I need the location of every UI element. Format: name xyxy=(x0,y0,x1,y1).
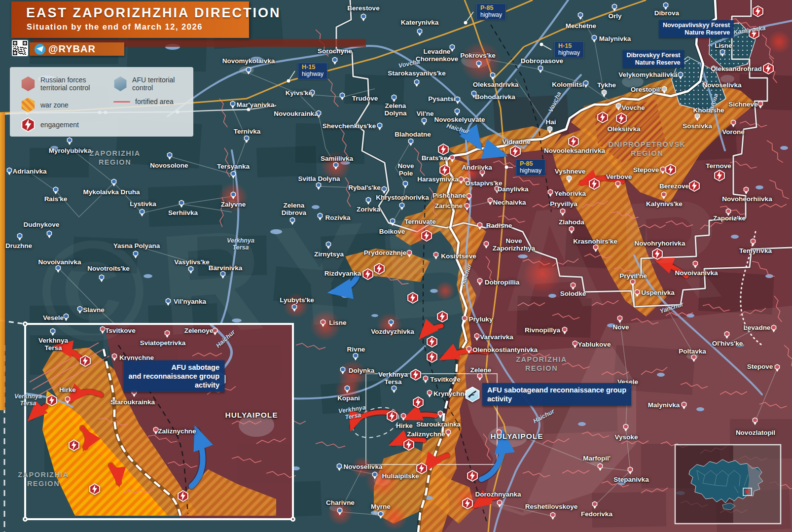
telegram-icon xyxy=(35,44,45,55)
situation-map[interactable]: ©RYBAR BerestoveKaterynivkaSorochyneNovo… xyxy=(0,0,792,532)
legend-warzone-icon xyxy=(21,98,36,112)
legend-fortified-label: fortified area xyxy=(135,98,174,106)
legend-engagement-icon xyxy=(21,117,36,132)
legend-afu-label: AFU territorial control xyxy=(132,76,193,92)
qr-code xyxy=(12,40,28,56)
legend-fortified-icon xyxy=(113,101,130,103)
page-subtitle: Situation by the end of March 12, 2026 xyxy=(27,22,249,32)
qr-icon xyxy=(13,41,27,55)
legend-afu-icon xyxy=(113,76,127,91)
title-block: EAST ZAPORIZHZHIA DIRECTION Situation by… xyxy=(11,1,249,38)
legend-russian-icon xyxy=(21,76,36,91)
legend-engagement-label: engagement xyxy=(40,121,79,129)
legend: Russian forces territorial control AFU t… xyxy=(10,67,193,137)
page-title: EAST ZAPORIZHZHIA DIRECTION xyxy=(26,5,249,21)
legend-warzone-label: war zone xyxy=(40,101,69,109)
brand-banner[interactable]: @RYBAR xyxy=(30,42,124,56)
brand-name: @RYBAR xyxy=(48,43,96,55)
legend-russian-label: Russian forces territorial control xyxy=(40,76,90,92)
